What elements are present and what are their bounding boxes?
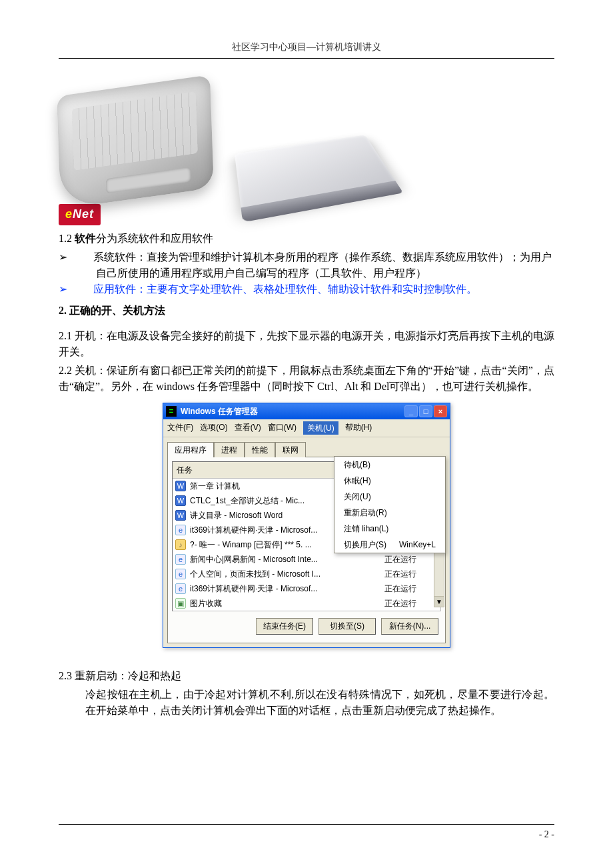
word-icon: W bbox=[175, 510, 186, 521]
section-2-1: 2.1 开机：在电源及设备完全接好的前提下，先按下显示器的电源开关，电源指示灯亮… bbox=[59, 328, 554, 360]
section-2-2: 2.2 关机：保证所有窗口都已正常关闭的前提下，用鼠标点击系统桌面左下角的“开始… bbox=[59, 363, 554, 395]
page-footer: - 2 - bbox=[59, 824, 554, 841]
task-label: it369计算机硬件网·天津 - Microsof... bbox=[190, 583, 380, 595]
shutdown-menu-item[interactable]: 关闭(U) bbox=[334, 489, 445, 505]
bullet-application-software: ➢ 应用软件：主要有文字处理软件、表格处理软件、辅助设计软件和实时控制软件。 bbox=[59, 281, 554, 297]
menu-item[interactable]: 窗口(W) bbox=[268, 421, 297, 435]
section-2-3-body: 冷起按钮在主机上，由于冷起对计算机不利,所以在没有特殊情况下，如死机，尽量不要进… bbox=[59, 687, 554, 719]
taskmgr-icon: ≡ bbox=[166, 406, 177, 417]
enet-rest: Net bbox=[73, 207, 94, 221]
word-icon: W bbox=[175, 495, 186, 506]
tab-strip: 应用程序进程性能联网 bbox=[167, 441, 446, 457]
new-task-button[interactable]: 新任务(N)... bbox=[381, 618, 438, 635]
tab-2[interactable]: 性能 bbox=[245, 442, 275, 457]
ie-icon: e bbox=[175, 554, 186, 565]
end-task-button[interactable]: 结束任务(E) bbox=[256, 618, 313, 635]
page-header: 社区学习中心项目—计算机培训讲义 bbox=[59, 40, 554, 59]
keyboard-image: eNet bbox=[59, 85, 212, 225]
table-row[interactable]: ▣图片收藏正在运行 bbox=[173, 596, 440, 611]
switch-to-button[interactable]: 切换至(S) bbox=[318, 618, 376, 635]
shortcut-label: WinKey+L bbox=[399, 539, 436, 551]
tab-0[interactable]: 应用程序 bbox=[167, 442, 214, 457]
shutdown-menu: 待机(B)休眠(H)关闭(U)重新启动(R)注销 lihan(L)切换用户(S)… bbox=[334, 456, 446, 553]
menu-item[interactable]: 查看(V) bbox=[235, 421, 261, 435]
task-label: 图片收藏 bbox=[190, 597, 380, 609]
section-2-3-title: 2.3 重新启动：冷起和热起 bbox=[59, 668, 554, 684]
task-status: 正在运行 bbox=[384, 583, 438, 595]
ie-icon: e bbox=[175, 569, 186, 579]
menu-item[interactable]: 文件(F) bbox=[167, 421, 193, 435]
ie-icon: e bbox=[175, 583, 186, 594]
shutdown-menu-item[interactable]: 切换用户(S)WinKey+L bbox=[334, 537, 445, 553]
keyboard-icon bbox=[57, 75, 214, 209]
shutdown-menu-item[interactable]: 重新启动(R) bbox=[334, 505, 445, 521]
task-label: 新闻中心|网易新闻 - Microsoft Inte... bbox=[190, 553, 380, 565]
enet-badge: eNet bbox=[59, 204, 101, 225]
scroll-down-icon[interactable]: ▼ bbox=[434, 596, 444, 607]
scanner-image bbox=[239, 125, 385, 225]
section-1-2-heading: 1.2 软件分为系统软件和应用软件 bbox=[59, 231, 554, 247]
section-2-heading: 2. 正确的开、关机方法 bbox=[59, 303, 554, 319]
task-status: 正在运行 bbox=[384, 568, 438, 580]
task-label: 个人空间，页面未找到 - Microsoft I... bbox=[190, 568, 380, 580]
maximize-button[interactable]: □ bbox=[419, 405, 432, 417]
menu-bar: 文件(F)选项(O)查看(V)窗口(W)关机(U)帮助(H) bbox=[163, 419, 450, 437]
shutdown-menu-item[interactable]: 注销 lihan(L) bbox=[334, 521, 445, 537]
bullet-system-software: ➢ 系统软件：直接为管理和维护计算机本身所用的程序（操作系统、数据库系统应用软件… bbox=[59, 249, 554, 281]
titlebar[interactable]: ≡ Windows 任务管理器 _ □ × bbox=[163, 403, 450, 419]
task-manager-window: ≡ Windows 任务管理器 _ □ × 文件(F)选项(O)查看(V)窗口(… bbox=[163, 403, 450, 648]
triangle-bullet-icon: ➢ bbox=[77, 281, 91, 297]
close-button[interactable]: × bbox=[434, 405, 447, 417]
button-row: 结束任务(E) 切换至(S) 新任务(N)... bbox=[172, 611, 441, 636]
titlebar-text: Windows 任务管理器 bbox=[181, 405, 404, 417]
task-status: 正在运行 bbox=[384, 553, 438, 565]
scanner-icon bbox=[235, 135, 398, 213]
table-row[interactable]: e新闻中心|网易新闻 - Microsoft Inte...正在运行 bbox=[173, 552, 440, 567]
page-number: - 2 - bbox=[539, 829, 554, 839]
pic-icon: ▣ bbox=[175, 598, 186, 609]
triangle-bullet-icon: ➢ bbox=[77, 249, 91, 265]
page-header-title: 社区学习中心项目—计算机培训讲义 bbox=[232, 42, 381, 52]
table-row[interactable]: e个人空间，页面未找到 - Microsoft I...正在运行 bbox=[173, 567, 440, 581]
ie-icon: e bbox=[175, 525, 186, 535]
enet-e: e bbox=[65, 207, 73, 221]
tab-1[interactable]: 进程 bbox=[214, 442, 245, 457]
word-icon: W bbox=[175, 481, 186, 491]
tab-3[interactable]: 联网 bbox=[275, 442, 306, 457]
menu-item[interactable]: 帮助(H) bbox=[345, 421, 372, 435]
table-row[interactable]: eit369计算机硬件网·天津 - Microsof...正在运行 bbox=[173, 581, 440, 596]
menu-item[interactable]: 选项(O) bbox=[200, 421, 227, 435]
shutdown-menu-item[interactable]: 待机(B) bbox=[334, 457, 445, 473]
menu-item[interactable]: 关机(U) bbox=[303, 421, 338, 435]
shutdown-menu-item[interactable]: 休眠(H) bbox=[334, 473, 445, 489]
hardware-images: eNet bbox=[59, 85, 554, 225]
amp-icon: ♪ bbox=[175, 539, 186, 550]
task-status: 正在运行 bbox=[384, 597, 438, 609]
minimize-button[interactable]: _ bbox=[404, 405, 418, 417]
